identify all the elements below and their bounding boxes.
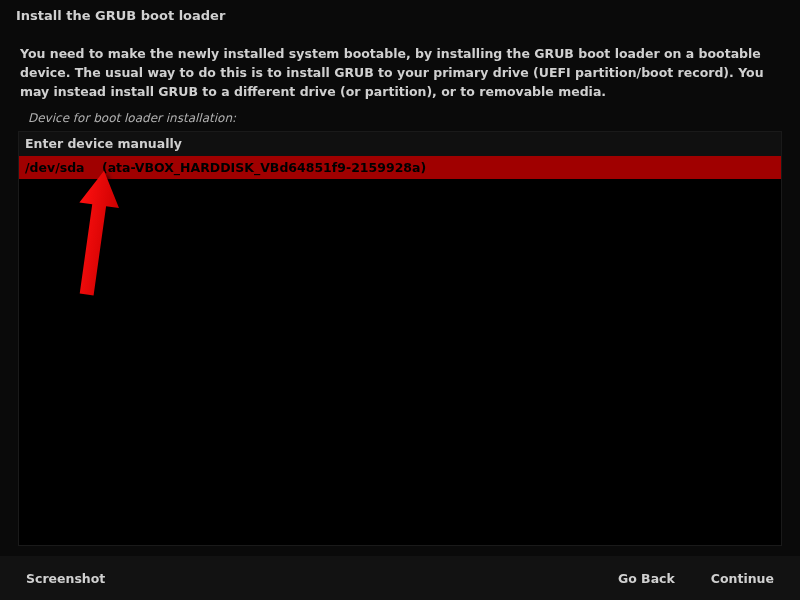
continue-button[interactable]: Continue [693,559,792,598]
device-list: Enter device manually /dev/sda (ata-VBOX… [18,131,782,546]
screenshot-button[interactable]: Screenshot [8,559,123,598]
footer-bar: Screenshot Go Back Continue [0,556,800,600]
install-description: You need to make the newly installed sys… [0,23,800,101]
device-path: /dev/sda [25,160,85,175]
page-title: Install the GRUB boot loader [0,0,800,23]
device-section-label: Device for boot loader installation: [0,101,800,129]
device-manual-entry[interactable]: Enter device manually [19,132,781,156]
device-row-selected[interactable]: /dev/sda (ata-VBOX_HARDDISK_VBd64851f9-2… [19,156,781,180]
go-back-button[interactable]: Go Back [600,559,693,598]
device-info: (ata-VBOX_HARDDISK_VBd64851f9-2159928a) [102,160,426,175]
device-manual-label: Enter device manually [25,136,182,151]
